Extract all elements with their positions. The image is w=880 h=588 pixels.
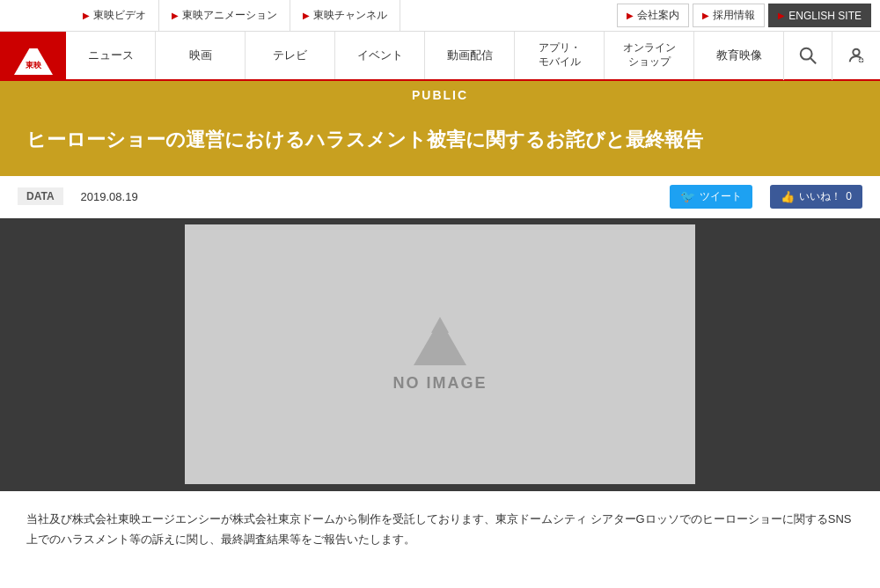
svg-line-1	[810, 58, 816, 63]
svg-point-0	[801, 48, 812, 60]
nav-news[interactable]: ニュース	[66, 32, 156, 79]
article-body-text: 当社及び株式会社東映エージエンシーが株式会社東京ドームから制作を受託しております…	[26, 509, 854, 550]
nav-online-shop[interactable]: オンラインショップ	[605, 32, 694, 79]
toei-logo: 東映	[14, 36, 53, 75]
arrow-icon: ▶	[172, 11, 179, 20]
english-site-label: ENGLISH SITE	[788, 10, 862, 22]
main-nav-items: ニュース 映画 テレビ イベント 動画配信 アプリ・モバイル オンラインショップ…	[66, 32, 783, 79]
nav-icons	[783, 32, 880, 79]
article-title: ヒーローショーの運営におけるハラスメント被害に関するお詫びと最終報告	[26, 127, 854, 154]
account-button[interactable]	[832, 31, 880, 80]
toei-channel-link[interactable]: ▶ 東映チャンネル	[290, 0, 400, 32]
logo-top-triangle	[26, 36, 40, 48]
article-image-area: NO IMAGE	[0, 218, 880, 491]
public-label: PUBLIC	[412, 88, 468, 102]
no-image-logo	[414, 317, 466, 365]
top-navigation: ▶ 東映ビデオ ▶ 東映アニメーション ▶ 東映チャンネル ▶ 会社案内 ▶ 採…	[0, 0, 880, 32]
nav-events[interactable]: イベント	[335, 32, 425, 79]
tweet-button[interactable]: 🐦 ツイート	[670, 185, 752, 209]
twitter-bird-icon: 🐦	[680, 189, 695, 203]
nav-educational[interactable]: 教育映像	[694, 32, 783, 79]
like-count: 0	[846, 190, 852, 202]
arrow-icon: ▶	[778, 11, 785, 20]
article-header: ヒーローショーの運営におけるハラスメント被害に関するお詫びと最終報告	[0, 109, 880, 176]
svg-point-2	[853, 49, 859, 55]
arrow-icon: ▶	[702, 11, 709, 20]
tweet-label: ツイート	[700, 189, 742, 204]
no-image-placeholder: NO IMAGE	[185, 224, 695, 484]
account-icon	[847, 46, 866, 65]
article-body: 当社及び株式会社東映エージエンシーが株式会社東京ドームから制作を受託しております…	[0, 491, 880, 568]
arrow-icon: ▶	[83, 11, 90, 20]
top-links: ▶ 東映ビデオ ▶ 東映アニメーション ▶ 東映チャンネル	[70, 0, 617, 32]
content-area: PUBLIC ヒーローショーの運営におけるハラスメント被害に関するお詫びと最終報…	[0, 81, 880, 568]
meta-row: DATA 2019.08.19 🐦 ツイート 👍 いいね！ 0	[0, 176, 880, 218]
toei-animation-link[interactable]: ▶ 東映アニメーション	[159, 0, 290, 32]
logo-box[interactable]: 東映	[0, 32, 66, 79]
like-button[interactable]: 👍 いいね！ 0	[770, 185, 862, 209]
logo-text: 東映	[26, 60, 41, 71]
nav-streaming[interactable]: 動画配信	[425, 32, 515, 79]
top-right-links: ▶ 会社案内 ▶ 採用情報 ▶ ENGLISH SITE	[617, 4, 871, 27]
recruitment-link[interactable]: ▶ 採用情報	[693, 4, 765, 27]
search-icon	[798, 46, 818, 65]
toei-video-label: 東映ビデオ	[93, 8, 146, 23]
search-button[interactable]	[783, 31, 832, 80]
toei-video-link[interactable]: ▶ 東映ビデオ	[70, 0, 159, 32]
arrow-icon: ▶	[627, 11, 634, 20]
toei-channel-label: 東映チャンネル	[313, 8, 387, 23]
like-label: いいね！	[799, 189, 841, 204]
english-site-link[interactable]: ▶ ENGLISH SITE	[768, 4, 871, 27]
public-banner: PUBLIC	[0, 81, 880, 109]
arrow-icon: ▶	[303, 11, 310, 20]
nav-tv[interactable]: テレビ	[246, 32, 335, 79]
no-img-top-triangle	[431, 317, 449, 333]
data-label: DATA	[18, 187, 63, 205]
company-info-label: 会社案内	[637, 8, 679, 23]
thumbs-up-icon: 👍	[781, 190, 795, 203]
article-date: 2019.08.19	[81, 190, 138, 203]
toei-animation-label: 東映アニメーション	[182, 8, 277, 23]
nav-app-mobile[interactable]: アプリ・モバイル	[515, 32, 605, 79]
no-image-text: NO IMAGE	[392, 374, 487, 393]
company-info-link[interactable]: ▶ 会社案内	[617, 4, 689, 27]
recruitment-label: 採用情報	[713, 8, 755, 23]
nav-movies[interactable]: 映画	[156, 32, 246, 79]
main-navigation: 東映 ニュース 映画 テレビ イベント 動画配信 アプリ・モバイル オンラインシ…	[0, 32, 880, 81]
